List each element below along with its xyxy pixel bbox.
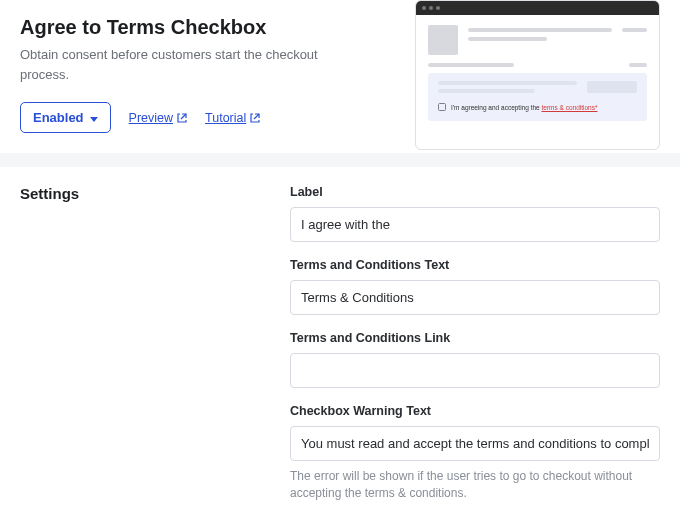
label-field-label: Label [290,185,660,199]
field-terms-link: Terms and Conditions Link [290,331,660,388]
caret-down-icon [90,110,98,125]
terms-link-label: Terms and Conditions Link [290,331,660,345]
settings-section: Settings Label Terms and Conditions Text… [0,167,680,508]
page-description: Obtain consent before customers start th… [20,45,350,84]
terms-text-input[interactable] [290,280,660,315]
preview-thumbnail: I'm agreeing and accepting the terms & c… [415,0,660,150]
terms-link-input[interactable] [290,353,660,388]
warning-text-input[interactable] [290,426,660,461]
action-row: Enabled Preview Tutorial [20,102,350,133]
preview-link[interactable]: Preview [129,111,187,125]
skeleton-button [587,81,637,93]
terms-text-label: Terms and Conditions Text [290,258,660,272]
skeleton-line [468,37,547,41]
warning-text-label: Checkbox Warning Text [290,404,660,418]
tutorial-link-label: Tutorial [205,111,246,125]
preview-body: I'm agreeing and accepting the terms & c… [416,15,659,121]
external-link-icon [250,113,260,123]
field-label: Label [290,185,660,242]
preview-consent-box: I'm agreeing and accepting the terms & c… [428,73,647,121]
field-warning-text: Checkbox Warning Text The error will be … [290,404,660,502]
header-card: Agree to Terms Checkbox Obtain consent b… [0,0,680,153]
page-title: Agree to Terms Checkbox [20,16,350,39]
enabled-label: Enabled [33,110,84,125]
window-dot-icon [422,6,426,10]
field-terms-text: Terms and Conditions Text [290,258,660,315]
window-dot-icon [429,6,433,10]
skeleton-line [438,81,577,85]
consent-link-text: terms & conditions* [542,104,598,111]
skeleton-price [622,28,647,32]
consent-preview-text: I'm agreeing and accepting the terms & c… [451,104,598,111]
external-link-icon [177,113,187,123]
skeleton-line [438,89,535,93]
warning-text-help: The error will be shown if the user trie… [290,468,660,502]
enabled-dropdown-button[interactable]: Enabled [20,102,111,133]
consent-prefix: I'm agreeing and accepting the [451,104,542,111]
window-dot-icon [436,6,440,10]
settings-form: Label Terms and Conditions Text Terms an… [290,185,660,502]
preview-link-label: Preview [129,111,173,125]
checkbox-icon [438,103,446,111]
skeleton-line [468,28,612,32]
header-left: Agree to Terms Checkbox Obtain consent b… [20,16,350,133]
skeleton-line [629,63,647,67]
skeleton-line [428,63,514,67]
tutorial-link[interactable]: Tutorial [205,111,260,125]
settings-heading: Settings [20,185,290,202]
preview-window-bar [416,1,659,15]
settings-sidebar: Settings [20,185,290,502]
skeleton-thumb [428,25,458,55]
label-input[interactable] [290,207,660,242]
